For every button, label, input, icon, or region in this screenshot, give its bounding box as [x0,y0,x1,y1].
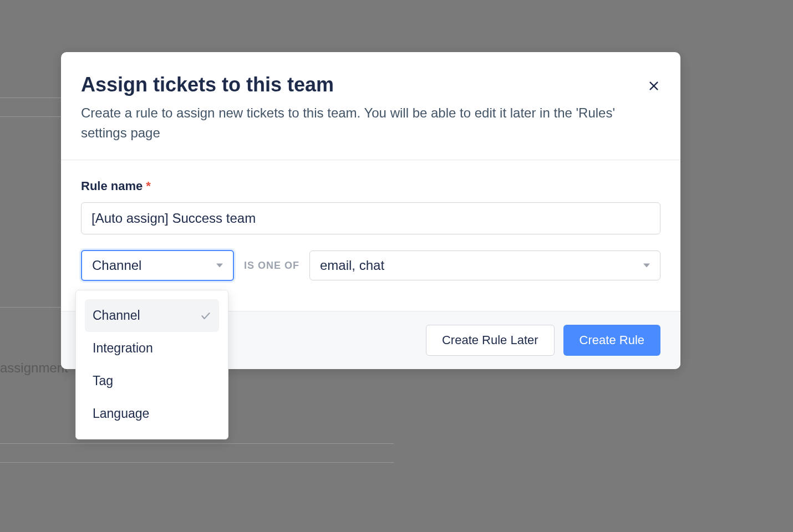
check-icon [200,310,211,321]
dropdown-option-tag[interactable]: Tag [85,365,219,397]
condition-operator: IS ONE OF [244,260,299,272]
background-text: assignment [0,360,68,376]
close-icon [648,80,660,94]
condition-value-select[interactable]: email, chat [309,250,660,280]
dropdown-option-label: Tag [93,374,113,388]
dropdown-option-label: Integration [93,341,153,356]
close-button[interactable] [646,79,662,94]
rule-name-label: Rule name * [81,179,660,193]
dropdown-option-label: Channel [93,308,140,323]
rule-name-input[interactable] [81,202,660,234]
condition-field-select[interactable]: Channel [81,250,234,281]
condition-field-value: Channel [92,258,141,273]
dropdown-option-label: Language [93,406,149,421]
dropdown-option-language[interactable]: Language [85,397,219,430]
create-rule-later-button[interactable]: Create Rule Later [426,325,555,356]
dropdown-option-integration[interactable]: Integration [85,332,219,365]
background-line [0,443,394,444]
required-indicator: * [146,179,151,193]
condition-field-dropdown: Channel Integration Tag Language [75,290,228,439]
modal-body: Rule name * Channel IS ONE OF email, cha… [61,160,680,311]
condition-row: Channel IS ONE OF email, chat [81,250,660,281]
background-line [0,462,394,463]
caret-down-icon [643,262,650,269]
caret-down-icon [216,262,223,269]
dropdown-option-channel[interactable]: Channel [85,299,219,332]
modal-title: Assign tickets to this team [81,73,660,96]
rule-name-label-text: Rule name [81,179,143,193]
modal-subtitle: Create a rule to assign new tickets to t… [81,103,641,143]
create-rule-button[interactable]: Create Rule [563,325,660,356]
condition-value-text: email, chat [320,258,384,273]
modal-header: Assign tickets to this team Create a rul… [61,52,680,160]
